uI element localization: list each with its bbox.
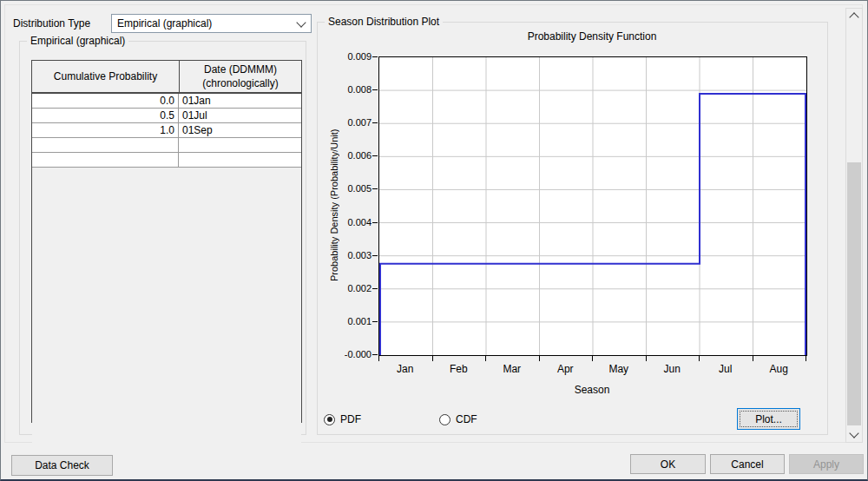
cell-date[interactable]: 01Jan <box>179 94 301 108</box>
plot-button[interactable]: Plot... <box>737 408 800 430</box>
x-axis-title: Season <box>378 384 806 396</box>
table-empty-area <box>32 168 301 452</box>
vertical-scrollbar[interactable] <box>845 8 863 443</box>
cell-date[interactable] <box>179 153 301 167</box>
y-axis-title: Probability Density (Probability/Unit) <box>329 56 343 354</box>
cell-probability[interactable]: 1.0 <box>32 123 179 137</box>
table-row[interactable]: 0.5 01Jul <box>32 109 301 123</box>
cancel-button[interactable]: Cancel <box>710 454 785 474</box>
cdf-radio[interactable]: CDF <box>439 413 477 425</box>
table-row[interactable] <box>32 138 301 153</box>
chevron-down-icon <box>292 22 311 26</box>
pdf-radio-circle[interactable] <box>324 414 335 425</box>
cdf-radio-circle[interactable] <box>439 414 450 425</box>
data-check-button[interactable]: Data Check <box>11 455 113 476</box>
empirical-groupbox-title: Empirical (graphical) <box>27 35 128 47</box>
cdf-radio-label: CDF <box>456 413 477 425</box>
column-header-cumulative-probability[interactable]: Cumulative Probability <box>32 61 180 92</box>
table-row[interactable]: 1.0 01Sep <box>32 123 301 138</box>
table-row[interactable] <box>32 153 301 168</box>
season-distribution-groupbox-title: Season Distribution Plot <box>325 16 443 28</box>
column-header-date[interactable]: Date (DDMMM) (chronologically) <box>180 61 301 92</box>
pdf-step-plot <box>379 57 806 355</box>
scrollbar-down-arrow-icon[interactable] <box>846 427 862 442</box>
table-row[interactable]: 0.0 01Jan <box>32 94 301 109</box>
distribution-type-select[interactable]: Empirical (graphical) <box>111 14 312 33</box>
table-header-row: Cumulative Probability Date (DDMMM) (chr… <box>32 61 301 94</box>
pdf-radio[interactable]: PDF <box>324 413 361 425</box>
scrollbar-thumb[interactable] <box>847 162 861 425</box>
cell-probability[interactable] <box>32 138 179 152</box>
empirical-table: Cumulative Probability Date (DDMMM) (chr… <box>31 60 302 423</box>
cell-date[interactable]: 01Sep <box>179 123 301 137</box>
scrollbar-up-arrow-icon[interactable] <box>846 9 862 23</box>
cell-date[interactable]: 01Jul <box>179 109 301 122</box>
distribution-type-label: Distribution Type <box>13 17 90 30</box>
apply-button[interactable]: Apply <box>789 454 864 474</box>
chart-title: Probability Density Function <box>378 30 806 43</box>
cell-probability[interactable]: 0.0 <box>32 94 179 108</box>
pdf-radio-label: PDF <box>340 413 361 425</box>
cell-date[interactable] <box>179 138 301 152</box>
cell-probability[interactable]: 0.5 <box>32 109 179 122</box>
cell-probability[interactable] <box>32 153 179 167</box>
plot-area <box>378 56 807 356</box>
distribution-type-value: Empirical (graphical) <box>112 17 292 30</box>
ok-button[interactable]: OK <box>630 454 706 474</box>
season-distribution-dialog: Distribution Type Empirical (graphical) … <box>0 0 868 481</box>
